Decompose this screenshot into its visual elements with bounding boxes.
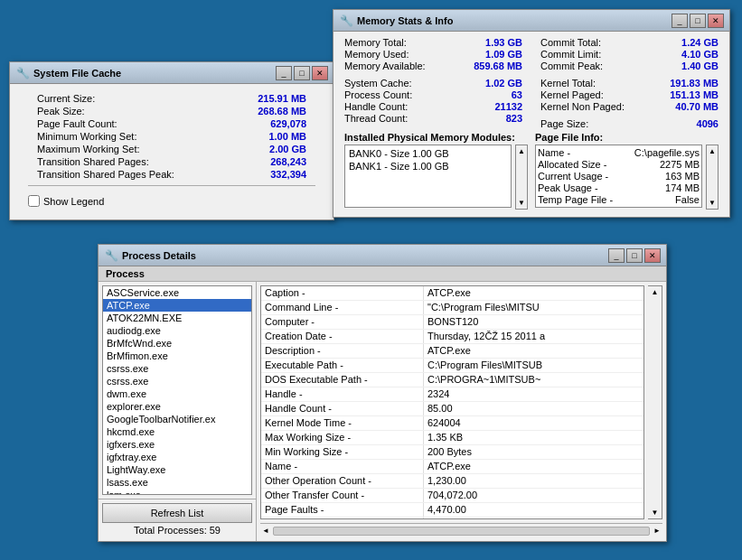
pf-row-1: Allocated Size - 2275 MB bbox=[538, 159, 700, 170]
proc-icon: 🔧 bbox=[104, 248, 118, 263]
proc-minimize-btn[interactable]: _ bbox=[608, 248, 625, 263]
proc-list[interactable]: ASCService.exe ATCP.exe ATOK22MN.EXE aud… bbox=[102, 285, 252, 495]
pf-row-3: Peak Usage - 174 MB bbox=[538, 182, 700, 193]
sfc-value-1: 268.68 MB bbox=[258, 106, 306, 117]
sfc-value-4: 2.00 GB bbox=[269, 144, 306, 154]
mem-stats-area: Memory Total: 1.93 GB Memory Used: 1.09 … bbox=[333, 32, 729, 132]
mem-module-1: BANK1 - Size 1.00 GB bbox=[347, 160, 509, 173]
proc-item-13[interactable]: igfxtray.exe bbox=[103, 451, 251, 463]
mem-right-5: Kernel Non Paged: 40.70 MB bbox=[540, 101, 719, 112]
sfc-value-3: 1.00 MB bbox=[268, 131, 306, 142]
sfc-value-0: 215.91 MB bbox=[258, 93, 306, 104]
proc-item-10[interactable]: GoogleToolbarNotifier.ex bbox=[103, 413, 251, 425]
pf-row-0: Name - C:\pagefile.sys bbox=[538, 147, 700, 158]
sfc-row-0: Current Size: 215.91 MB bbox=[19, 93, 324, 104]
detail-row-11: Min Working Size - 200 Bytes bbox=[261, 445, 643, 460]
sfc-content: Current Size: 215.91 MB Peak Size: 268.6… bbox=[10, 84, 333, 219]
mem-modules-list[interactable]: BANK0 - Size 1.00 GB BANK1 - Size 1.00 G… bbox=[344, 145, 512, 208]
detail-row-2: Computer - BONST120 bbox=[261, 315, 643, 330]
proc-item-2[interactable]: ATOK22MN.EXE bbox=[103, 312, 251, 324]
sfc-value-5: 268,243 bbox=[270, 156, 306, 167]
proc-item-3[interactable]: audiodg.exe bbox=[103, 324, 251, 337]
proc-detail-area: Caption - ATCP.exe Command Line - "C:\Pr… bbox=[257, 282, 666, 523]
detail-hscrollbar[interactable]: ◄ ► bbox=[260, 523, 662, 537]
detail-row-6: DOS Executable Path - C:\PROGRA~1\MITSUB… bbox=[261, 373, 643, 387]
sfc-legend-checkbox[interactable] bbox=[28, 195, 40, 207]
mem-right-col: Commit Total: 1.24 GB Commit Limit: 4.10… bbox=[540, 37, 719, 130]
mem-modules-section: Installed Physical Memory Modules: BANK0… bbox=[344, 132, 528, 210]
proc-detail-table[interactable]: Caption - ATCP.exe Command Line - "C:\Pr… bbox=[260, 285, 644, 519]
proc-item-1[interactable]: ATCP.exe bbox=[103, 299, 251, 312]
page-file-section: Page File Info: Name - C:\pagefile.sys A… bbox=[535, 132, 719, 210]
proc-title-bar: 🔧 Process Details _ □ ✕ bbox=[99, 245, 666, 266]
proc-item-4[interactable]: BrMfcWnd.exe bbox=[103, 337, 251, 350]
mem-title-buttons: _ □ ✕ bbox=[672, 14, 724, 28]
proc-item-16[interactable]: lsm.exe bbox=[103, 489, 251, 495]
sfc-label-1: Peak Size: bbox=[37, 106, 85, 117]
sfc-close-btn[interactable]: ✕ bbox=[312, 66, 328, 80]
detail-scrollbar[interactable]: ▲ ▼ bbox=[648, 285, 662, 519]
sfc-divider bbox=[28, 185, 315, 186]
proc-item-9[interactable]: explorer.exe bbox=[103, 400, 251, 413]
proc-item-14[interactable]: LightWay.exe bbox=[103, 463, 251, 476]
mem-left-2: Memory Available: 859.68 MB bbox=[344, 61, 522, 71]
sfc-row-1: Peak Size: 268.68 MB bbox=[19, 106, 324, 117]
sfc-label-6: Transition Shared Pages Peak: bbox=[37, 169, 174, 180]
sfc-maximize-btn[interactable]: □ bbox=[294, 66, 310, 80]
proc-item-11[interactable]: hkcmd.exe bbox=[103, 425, 251, 438]
pf-row-2: Current Usage - 163 MB bbox=[538, 171, 700, 182]
mem-window: 🔧 Memory Stats & Info _ □ ✕ Memory Total… bbox=[333, 9, 730, 218]
proc-item-12[interactable]: igfxers.exe bbox=[103, 438, 251, 451]
modules-scrollbar[interactable]: ▲ ▼ bbox=[515, 145, 528, 210]
mem-right-1: Commit Limit: 4.10 GB bbox=[540, 49, 719, 60]
detail-row-16: Page File Usage - 3.32 KB bbox=[261, 518, 643, 519]
mem-right-2: Commit Peak: 1.40 GB bbox=[540, 61, 719, 71]
mem-left-0: Memory Total: 1.93 GB bbox=[344, 37, 522, 48]
mem-close-btn[interactable]: ✕ bbox=[708, 14, 724, 28]
proc-close-btn[interactable]: ✕ bbox=[644, 248, 661, 263]
mem-icon: 🔧 bbox=[339, 14, 353, 28]
proc-item-6[interactable]: csrss.exe bbox=[103, 362, 251, 375]
detail-row-5: Executable Path - C:\Program Files\MITSU… bbox=[261, 359, 643, 373]
proc-item-0[interactable]: ASCService.exe bbox=[103, 286, 251, 299]
proc-item-15[interactable]: lsass.exe bbox=[103, 476, 251, 489]
sfc-legend-label: Show Legend bbox=[43, 196, 104, 207]
pagefile-scrollbar[interactable]: ▲ ▼ bbox=[706, 145, 719, 210]
proc-maximize-btn[interactable]: □ bbox=[626, 248, 643, 263]
detail-row-15: Page Faults - 4,470.00 bbox=[261, 503, 643, 518]
sfc-title-buttons: _ □ ✕ bbox=[276, 66, 328, 80]
sfc-label-2: Page Fault Count: bbox=[37, 118, 117, 129]
proc-left-panel: ASCService.exe ATCP.exe ATOK22MN.EXE aud… bbox=[99, 282, 257, 541]
mem-title-bar: 🔧 Memory Stats & Info _ □ ✕ bbox=[333, 10, 729, 32]
sfc-value-2: 629,078 bbox=[270, 118, 306, 129]
mem-right-0: Commit Total: 1.24 GB bbox=[540, 37, 719, 48]
proc-title-buttons: _ □ ✕ bbox=[608, 248, 661, 263]
proc-content: Process ASCService.exe ATCP.exe ATOK22MN… bbox=[99, 266, 666, 541]
proc-item-8[interactable]: dwm.exe bbox=[103, 387, 251, 400]
mem-minimize-btn[interactable]: _ bbox=[672, 14, 688, 28]
proc-item-5[interactable]: BrMfimon.exe bbox=[103, 350, 251, 362]
detail-row-4: Description - ATCP.exe bbox=[261, 344, 643, 359]
sfc-label-3: Minimum Working Set: bbox=[37, 131, 136, 142]
proc-section-label: Process bbox=[99, 266, 666, 282]
proc-bottom: Refresh List Total Processes: 59 bbox=[99, 499, 256, 541]
detail-row-14: Other Transfer Count - 704,072.00 bbox=[261, 489, 643, 503]
proc-item-7[interactable]: csrss.exe bbox=[103, 375, 251, 387]
mem-right-3: Kernel Total: 191.83 MB bbox=[540, 78, 719, 89]
mem-left-4: Process Count: 63 bbox=[344, 89, 522, 100]
pf-row-4: Temp Page File - False bbox=[538, 194, 700, 205]
mem-maximize-btn[interactable]: □ bbox=[690, 14, 706, 28]
detail-row-10: Max Working Size - 1.35 KB bbox=[261, 431, 643, 445]
detail-row-3: Creation Date - Thursday, 12ČŽ 15 2011 a bbox=[261, 330, 643, 344]
sfc-minimize-btn[interactable]: _ bbox=[276, 66, 292, 80]
detail-row-12: Name - ATCP.exe bbox=[261, 460, 643, 474]
proc-window: 🔧 Process Details _ □ ✕ Process ASCServi… bbox=[98, 244, 667, 542]
refresh-list-button[interactable]: Refresh List bbox=[102, 503, 252, 523]
mem-right-4: Kernel Paged: 151.13 MB bbox=[540, 89, 719, 100]
sfc-label-4: Maximum Working Set: bbox=[37, 144, 140, 154]
sfc-label-5: Transition Shared Pages: bbox=[37, 156, 149, 167]
mem-right-6: Page Size: 4096 bbox=[540, 118, 719, 129]
detail-row-0: Caption - ATCP.exe bbox=[261, 286, 643, 301]
mem-modules-label: Installed Physical Memory Modules: bbox=[344, 132, 528, 143]
detail-row-13: Other Operation Count - 1,230.00 bbox=[261, 474, 643, 489]
